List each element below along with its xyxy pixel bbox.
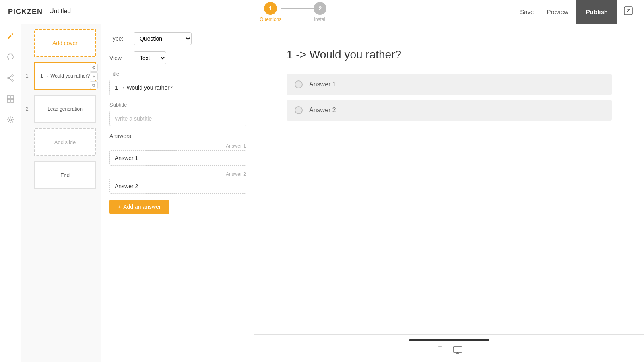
- stepper: 1 Questions 2 Install: [260, 2, 326, 22]
- end-slide-card[interactable]: End: [34, 161, 96, 189]
- add-cover-card[interactable]: Add cover: [34, 29, 96, 57]
- svg-point-3: [8, 77, 9, 79]
- preview-radio1: [295, 80, 303, 88]
- step2-circle: 2: [314, 2, 326, 15]
- slide-2-label: Lead generation: [47, 106, 83, 112]
- share-icon-btn[interactable]: [3, 71, 18, 85]
- subtitle-section: Subtitle: [109, 102, 246, 126]
- stepper-container: 1 Questions 2 Install: [71, 2, 515, 22]
- preview-button[interactable]: Preview: [542, 5, 573, 19]
- preview-answer2-text: Answer 2: [309, 107, 336, 114]
- mobile-icon[interactable]: [436, 346, 444, 357]
- device-toggle: [436, 346, 463, 357]
- slide-item-1: 1 1 → Would you rather? ⚙ ✕ ⧉: [26, 62, 96, 90]
- answer1-num: Answer 1: [109, 143, 246, 149]
- preview-content: 1 -> Would you rather? Answer 1 Answer 2: [254, 24, 644, 334]
- answer1-block: Answer 1: [109, 143, 246, 166]
- slide-item-end: End: [26, 161, 96, 189]
- add-answer-icon: +: [118, 204, 121, 210]
- step2-label: Install: [314, 16, 326, 22]
- type-row: Type: Question Lead generation End: [109, 32, 246, 45]
- answers-section: Answers Answer 1 Answer 2 + Add an answe…: [109, 133, 246, 214]
- slide-2-number: 2: [26, 106, 31, 112]
- main-area: Add cover 1 1 → Would you rather? ⚙ ✕ ⧉ …: [0, 24, 644, 362]
- title-section: Title: [109, 71, 246, 95]
- preview-radio2: [295, 106, 303, 114]
- topbar: PICKZEN Untitled 1 Questions 2 Install S…: [0, 0, 644, 24]
- slide-item-cover: Add cover: [26, 29, 96, 57]
- slide-1-actions: ⚙ ✕ ⧉: [90, 64, 98, 89]
- type-select[interactable]: Question Lead generation End: [134, 32, 192, 45]
- slide-2-card[interactable]: Lead generation: [34, 95, 96, 123]
- slide-1-card[interactable]: 1 → Would you rather?: [34, 62, 96, 90]
- theme-icon-btn[interactable]: [3, 50, 18, 64]
- document-title[interactable]: Untitled: [49, 8, 71, 16]
- add-slide-label: Add slide: [54, 139, 76, 145]
- step-line: [281, 8, 314, 9]
- svg-point-2: [12, 80, 13, 81]
- slide-1-label: 1 → Would you rather?: [40, 73, 90, 79]
- svg-rect-13: [453, 347, 462, 352]
- preview-panel: 1 -> Would you rather? Answer 1 Answer 2: [254, 24, 644, 362]
- slide-1-settings-btn[interactable]: ⚙: [90, 64, 98, 72]
- grid-icon-btn[interactable]: [3, 92, 18, 106]
- view-row: View Text Image Cards: [109, 51, 246, 64]
- slide-item-add: Add slide: [26, 128, 96, 156]
- brand: PICKZEN: [8, 8, 43, 16]
- slides-panel: Add cover 1 1 → Would you rather? ⚙ ✕ ⧉ …: [21, 24, 101, 362]
- step-questions[interactable]: 1 Questions: [260, 2, 281, 22]
- svg-point-12: [440, 352, 440, 353]
- edit-icon-btn[interactable]: [3, 29, 18, 43]
- answer1-input[interactable]: [109, 150, 246, 166]
- svg-rect-7: [11, 96, 14, 99]
- slide-1-copy-btn[interactable]: ⧉: [90, 81, 98, 89]
- add-answer-label: Add an answer: [123, 204, 161, 210]
- svg-rect-6: [7, 96, 10, 99]
- svg-point-10: [9, 119, 11, 121]
- answer2-input[interactable]: [109, 179, 246, 194]
- step-install[interactable]: 2 Install: [314, 2, 326, 22]
- step1-circle: 1: [264, 2, 277, 15]
- view-label: View: [109, 55, 130, 61]
- preview-answer1[interactable]: Answer 1: [287, 74, 612, 95]
- preview-answer1-text: Answer 1: [309, 81, 336, 88]
- preview-progress-bar: [409, 339, 489, 341]
- slide-item-2: 2 Lead generation: [26, 95, 96, 123]
- preview-question-title: 1 -> Would you rather?: [287, 48, 612, 61]
- title-section-label: Title: [109, 71, 246, 77]
- svg-point-1: [12, 75, 13, 76]
- settings-icon-btn[interactable]: [3, 113, 18, 127]
- add-cover-label: Add cover: [52, 40, 78, 46]
- answer2-num: Answer 2: [109, 171, 246, 177]
- subtitle-input[interactable]: [109, 111, 246, 126]
- answer2-block: Answer 2: [109, 171, 246, 194]
- answers-label: Answers: [109, 133, 246, 139]
- add-answer-button[interactable]: + Add an answer: [109, 200, 169, 214]
- title-input[interactable]: [109, 80, 246, 95]
- preview-bottom: [254, 334, 644, 362]
- desktop-icon[interactable]: [452, 346, 463, 357]
- svg-line-5: [9, 78, 12, 80]
- slide-1-number: 1: [26, 73, 31, 79]
- svg-rect-8: [7, 99, 10, 102]
- view-select[interactable]: Text Image Cards: [134, 51, 166, 64]
- publish-button[interactable]: Publish: [576, 0, 617, 24]
- preview-answer2[interactable]: Answer 2: [287, 100, 612, 121]
- subtitle-section-label: Subtitle: [109, 102, 246, 108]
- add-slide-card[interactable]: Add slide: [34, 128, 96, 156]
- end-slide-label: End: [60, 172, 70, 178]
- svg-rect-9: [11, 99, 14, 102]
- edit-panel: Type: Question Lead generation End View …: [101, 24, 254, 362]
- svg-line-4: [9, 76, 12, 78]
- export-button[interactable]: [621, 3, 636, 21]
- slide-1-delete-btn[interactable]: ✕: [90, 72, 98, 80]
- type-label: Type:: [109, 35, 130, 42]
- step1-label: Questions: [260, 16, 281, 22]
- save-button[interactable]: Save: [515, 5, 539, 19]
- icon-sidebar: [0, 24, 21, 362]
- topbar-actions: Save Preview Publish: [515, 0, 636, 24]
